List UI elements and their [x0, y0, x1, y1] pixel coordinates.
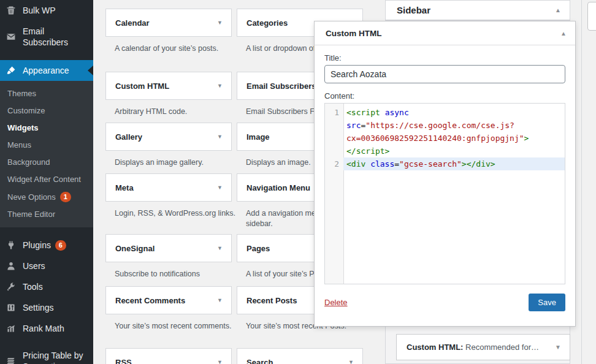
widget-card-recent-comments[interactable]: Recent Comments▼ — [105, 286, 232, 314]
collapsed-widget-label: Custom HTML: Recommended for… — [407, 343, 555, 352]
submenu-item-neve-options[interactable]: Neve Options1 — [0, 188, 93, 206]
collapsed-custom-html-widget[interactable]: Custom HTML: Recommended for… ▼ — [396, 334, 570, 360]
wrench-icon — [6, 282, 17, 292]
submenu-item-menus[interactable]: Menus — [0, 137, 93, 154]
sidebar-item-users[interactable]: Users — [0, 256, 93, 276]
widget-card-title: OneSignal — [115, 244, 217, 253]
sidebar-item-label: Settings — [23, 302, 54, 313]
code-editor-lines: 1<script asyncsrc="https://cse.google.co… — [325, 104, 565, 170]
sidebar-item-label: Users — [23, 260, 45, 271]
chevron-down-icon[interactable]: ▼ — [217, 134, 223, 140]
submenu-item-background[interactable]: Background — [0, 154, 93, 171]
widget-card-title: Search — [246, 358, 348, 364]
line-number: 2 — [325, 157, 343, 170]
widget-card-title: Custom HTML — [115, 82, 217, 91]
chevron-down-icon[interactable]: ▼ — [217, 245, 223, 251]
widget-card-meta[interactable]: Meta▼ — [105, 173, 232, 202]
widget-editor-body: Title: Content: 1<script asyncsrc="https… — [315, 53, 575, 311]
admin-sidebar-menu: Bulk WPEmail SubscribersAppearanceThemes… — [0, 0, 93, 364]
right-panel-divider — [581, 0, 582, 364]
sidebar-item-label: Email Subscribers — [23, 26, 88, 48]
chevron-down-icon[interactable]: ▼ — [217, 20, 223, 26]
sidebar-item-pricing-table[interactable]: Pricing Table by Supsystic — [0, 345, 93, 364]
chart-icon — [6, 324, 17, 334]
chevron-down-icon[interactable]: ▼ — [555, 344, 561, 351]
title-field-label: Title: — [324, 53, 565, 63]
next-sidebar-box-cutoff — [587, 2, 596, 31]
sidebar-item-label: Tools — [23, 281, 43, 292]
widget-editor-title: Custom HTML — [326, 29, 560, 38]
sidebar-item-label: Bulk WP — [23, 5, 56, 16]
widget-card-title: Calendar — [115, 18, 217, 28]
widget-editor-footer: Delete Save — [324, 294, 565, 311]
sidebar-item-label: Plugins6 — [23, 240, 66, 251]
sidebar-item-label: Pricing Table by Supsystic — [23, 350, 88, 364]
widget-card-title: Gallery — [115, 132, 217, 142]
envelope-icon — [6, 32, 17, 42]
widget-description: Login, RSS, & WordPress.org links. — [115, 208, 236, 219]
widget-description: A calendar of your site’s posts. — [115, 44, 236, 54]
widget-description: Arbitrary HTML code. — [115, 107, 236, 117]
code-line: 1<script asyncsrc="https://cse.google.co… — [325, 106, 565, 157]
sidebar-item-email-subscribers[interactable]: Email Subscribers — [0, 21, 93, 53]
collapsed-widget-title: Recommended for… — [463, 343, 539, 352]
code-line-text: <script asyncsrc="https://cse.google.com… — [343, 106, 565, 157]
delete-link[interactable]: Delete — [324, 298, 348, 307]
code-editor[interactable]: 1<script asyncsrc="https://cse.google.co… — [324, 103, 565, 284]
widget-card-rss[interactable]: RSS▼ — [105, 348, 232, 364]
sidebar-item-tools[interactable]: Tools — [0, 276, 93, 297]
sidebar-item-label: Rank Math — [23, 323, 64, 334]
sidebar-panel-header[interactable]: Sidebar ▲ — [385, 0, 570, 20]
line-number: 1 — [325, 106, 343, 157]
count-badge: 1 — [60, 192, 71, 202]
current-item-arrow — [88, 66, 93, 75]
custom-html-widget-editor: Custom HTML ▲ Title: Content: 1<script a… — [314, 21, 576, 327]
trash-icon — [6, 6, 17, 16]
content-field-label: Content: — [324, 91, 565, 100]
widget-card-title: Meta — [115, 183, 217, 192]
widget-card-onesignal[interactable]: OneSignal▼ — [105, 234, 232, 262]
code-line: 2<div class="gcse-search"></div> — [325, 157, 565, 170]
sidebar-item-settings[interactable]: Settings — [0, 297, 93, 318]
sidebar-item-bulk-wp[interactable]: Bulk WP — [0, 0, 93, 21]
sidebar-item-rank-math[interactable]: Rank Math — [0, 318, 93, 339]
code-line-text: <div class="gcse-search"></div> — [343, 157, 565, 170]
settings-icon — [6, 303, 17, 313]
pricing-table-icon — [6, 356, 17, 364]
brush-icon — [6, 66, 17, 76]
submenu-item-widgets[interactable]: Widgets — [0, 119, 93, 137]
sidebar-item-plugins[interactable]: Plugins6 — [0, 235, 93, 256]
sidebar-item-appearance[interactable]: Appearance — [0, 60, 93, 81]
chevron-down-icon[interactable]: ▼ — [217, 359, 223, 364]
widget-card-calendar[interactable]: Calendar▼ — [105, 9, 232, 37]
widget-description: Displays an image gallery. — [115, 157, 236, 168]
submenu-item-themes[interactable]: Themes — [0, 85, 93, 102]
chevron-up-icon[interactable]: ▲ — [560, 30, 567, 37]
chevron-up-icon[interactable]: ▲ — [555, 7, 561, 13]
widget-card-title: Recent Comments — [115, 296, 217, 305]
widget-title-input[interactable] — [324, 65, 565, 83]
chevron-down-icon[interactable]: ▼ — [348, 359, 354, 364]
widget-description: Your site’s most recent comments. — [115, 321, 236, 332]
widget-card-search[interactable]: Search▼ — [237, 348, 363, 364]
submenu-item-widget-after-content[interactable]: Widget After Content — [0, 171, 93, 188]
widget-description: Subscribe to notifications — [115, 269, 236, 279]
widget-card-gallery[interactable]: Gallery▼ — [105, 123, 232, 151]
users-icon — [6, 261, 17, 271]
chevron-down-icon[interactable]: ▼ — [217, 184, 223, 191]
save-button[interactable]: Save — [529, 294, 565, 311]
submenu-item-theme-editor[interactable]: Theme Editor — [0, 206, 93, 223]
count-badge: 6 — [55, 240, 66, 251]
sidebar-panel-title: Sidebar — [397, 5, 555, 15]
widget-card-custom-html[interactable]: Custom HTML▼ — [105, 72, 232, 100]
collapsed-widget-type: Custom HTML: — [407, 343, 463, 352]
widget-card-title: RSS — [115, 358, 217, 364]
plugin-icon — [6, 240, 17, 251]
chevron-down-icon[interactable]: ▼ — [217, 297, 223, 303]
wordpress-widgets-page: Calendar▼A calendar of your site’s posts… — [0, 0, 596, 364]
sidebar-item-label: Appearance — [23, 65, 69, 76]
appearance-submenu: ThemesCustomizeWidgetsMenusBackgroundWid… — [0, 81, 93, 227]
submenu-item-customize[interactable]: Customize — [0, 102, 93, 119]
widget-editor-header[interactable]: Custom HTML ▲ — [315, 21, 575, 45]
chevron-down-icon[interactable]: ▼ — [217, 83, 223, 89]
